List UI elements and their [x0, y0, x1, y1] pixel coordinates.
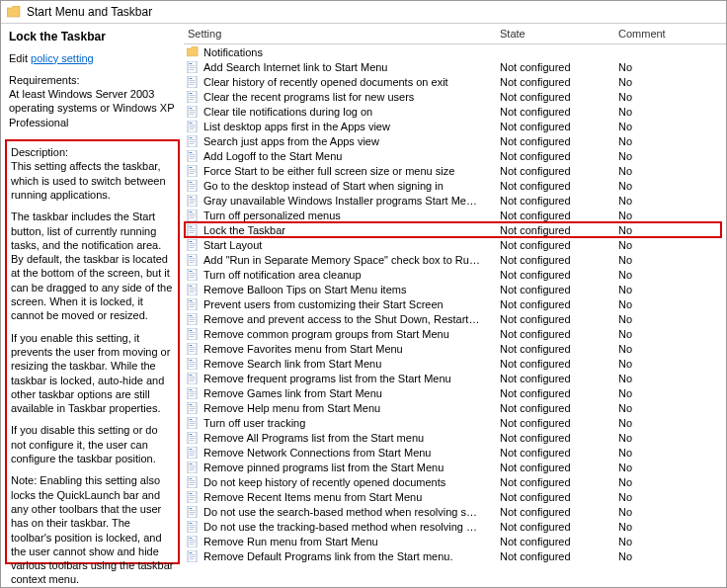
svg-rect-167: [190, 554, 196, 555]
list-item[interactable]: Prevent users from customizing their Sta…: [184, 296, 726, 311]
list-item[interactable]: Add Logoff to the Start MenuNot configur…: [184, 148, 726, 163]
policy-item-icon: [186, 134, 200, 148]
item-label: Gray unavailable Windows Installer progr…: [203, 195, 480, 207]
list-item[interactable]: Remove Favorites menu from Start MenuNot…: [184, 341, 726, 356]
item-comment: No: [599, 343, 697, 355]
item-comment: No: [599, 298, 697, 310]
item-label: Force Start to be either full screen siz…: [203, 165, 480, 177]
list-item[interactable]: Turn off user trackingNot configuredNo: [184, 415, 726, 430]
item-state: Not configured: [480, 536, 599, 547]
policy-item-icon: [186, 90, 200, 104]
content: Lock the Taskbar Edit policy setting Req…: [1, 24, 726, 585]
svg-rect-163: [190, 542, 196, 543]
svg-rect-87: [190, 317, 196, 318]
description-p1: This setting affects the taskbar, which …: [11, 159, 174, 202]
item-label: Lock the Taskbar: [203, 224, 480, 236]
column-setting[interactable]: Setting: [184, 28, 480, 40]
list-item[interactable]: Remove Run menu from Start MenuNot confi…: [184, 534, 726, 548]
item-state: Not configured: [480, 210, 599, 221]
item-comment: No: [599, 313, 697, 325]
svg-rect-89: [190, 321, 195, 322]
item-label: Turn off personalized menus: [203, 210, 480, 221]
item-label: Remove Search link from Start Menu: [203, 358, 480, 370]
svg-rect-137: [190, 465, 196, 466]
svg-rect-112: [190, 391, 196, 392]
item-state: Not configured: [480, 432, 599, 444]
list-item[interactable]: Remove Recent Items menu from Start Menu…: [184, 489, 726, 504]
item-label: Remove Balloon Tips on Start Menu items: [203, 284, 480, 295]
list-item[interactable]: Gray unavailable Windows Installer progr…: [184, 193, 726, 208]
svg-rect-13: [190, 97, 196, 98]
item-comment: No: [599, 165, 697, 177]
list-item[interactable]: Add Search Internet link to Start MenuNo…: [184, 59, 726, 74]
svg-rect-149: [190, 499, 195, 500]
svg-rect-54: [190, 217, 195, 218]
column-header[interactable]: Setting State Comment: [184, 24, 726, 44]
list-item[interactable]: Search just apps from the Apps viewNot c…: [184, 133, 726, 148]
item-label: Turn off notification area cleanup: [203, 269, 480, 281]
requirements-text: At least Windows Server 2003 operating s…: [9, 87, 176, 129]
list-item[interactable]: Lock the TaskbarNot configuredNo: [184, 221, 722, 238]
svg-rect-66: [190, 256, 193, 257]
svg-rect-119: [190, 410, 195, 411]
list-item[interactable]: Remove frequent programs list from the S…: [184, 371, 726, 385]
list-item[interactable]: Remove Default Programs link from the St…: [184, 548, 726, 563]
policy-item-icon: [186, 268, 200, 282]
policy-item-icon: [186, 549, 200, 563]
edit-label: Edit: [9, 52, 28, 64]
item-state: Not configured: [480, 462, 599, 473]
description-p4: If you disable this setting or do not co…: [11, 423, 174, 465]
column-comment[interactable]: Comment: [599, 28, 707, 40]
list-item[interactable]: Do not use the search-based method when …: [184, 504, 726, 519]
list-item[interactable]: Do not use the tracking-based method whe…: [184, 519, 726, 534]
item-label: Remove All Programs list from the Start …: [203, 432, 480, 444]
list-item[interactable]: Remove All Programs list from the Start …: [184, 430, 726, 445]
list-item[interactable]: Turn off personalized menusNot configure…: [184, 208, 726, 222]
list-item[interactable]: Remove and prevent access to the Shut Do…: [184, 311, 726, 326]
item-state: Not configured: [480, 550, 599, 562]
list-item[interactable]: Start LayoutNot configuredNo: [184, 237, 726, 252]
list-item[interactable]: Go to the desktop instead of Start when …: [184, 178, 726, 193]
list-item[interactable]: Force Start to be either full screen siz…: [184, 163, 726, 178]
list-item[interactable]: Remove Help menu from Start MenuNot conf…: [184, 400, 726, 415]
list-item[interactable]: Remove pinned programs list from the Sta…: [184, 460, 726, 474]
svg-rect-12: [190, 95, 196, 96]
column-state[interactable]: State: [480, 28, 599, 40]
svg-rect-17: [190, 110, 196, 111]
list-item[interactable]: Clear the recent programs list for new u…: [184, 89, 726, 104]
list-item[interactable]: Do not keep history of recently opened d…: [184, 474, 726, 489]
svg-rect-157: [190, 525, 196, 526]
list-item[interactable]: List desktop apps first in the Apps view…: [184, 119, 726, 133]
svg-rect-26: [190, 137, 193, 138]
svg-rect-33: [190, 156, 196, 157]
item-comment: No: [599, 521, 697, 533]
list-item[interactable]: Add "Run in Separate Memory Space" check…: [184, 252, 726, 267]
item-label: Remove Recent Items menu from Start Menu: [203, 491, 480, 503]
list-item[interactable]: Notifications: [184, 44, 726, 59]
policy-item-icon: [186, 357, 200, 371]
list-item[interactable]: Remove Network Connections from Start Me…: [184, 445, 726, 460]
folder-icon: [7, 6, 21, 18]
svg-rect-56: [190, 226, 193, 227]
svg-rect-78: [190, 290, 196, 291]
item-state: Not configured: [480, 180, 599, 192]
policy-item-icon: [186, 520, 200, 534]
item-label: Remove Help menu from Start Menu: [203, 402, 480, 414]
policy-setting-link[interactable]: policy setting: [31, 52, 94, 64]
list-item[interactable]: Remove common program groups from Start …: [184, 326, 726, 341]
list-item[interactable]: Remove Balloon Tips on Start Menu itemsN…: [184, 282, 726, 296]
svg-rect-4: [190, 69, 195, 70]
item-state: Not configured: [480, 491, 599, 503]
list-item[interactable]: Remove Search link from Start MenuNot co…: [184, 356, 726, 371]
svg-rect-93: [190, 334, 196, 335]
list-item[interactable]: Clear tile notifications during log onNo…: [184, 104, 726, 119]
list-item[interactable]: Turn off notification area cleanupNot co…: [184, 267, 726, 282]
svg-rect-153: [190, 512, 196, 513]
description-p5: Note: Enabling this setting also locks t…: [11, 473, 174, 585]
list-item[interactable]: Remove Games link from Start MenuNot con…: [184, 385, 726, 400]
policy-item-icon: [186, 297, 200, 311]
svg-rect-19: [190, 114, 195, 115]
item-comment: No: [599, 373, 697, 384]
list-item[interactable]: Clear history of recently opened documen…: [184, 74, 726, 89]
item-label: Remove common program groups from Start …: [203, 328, 480, 340]
